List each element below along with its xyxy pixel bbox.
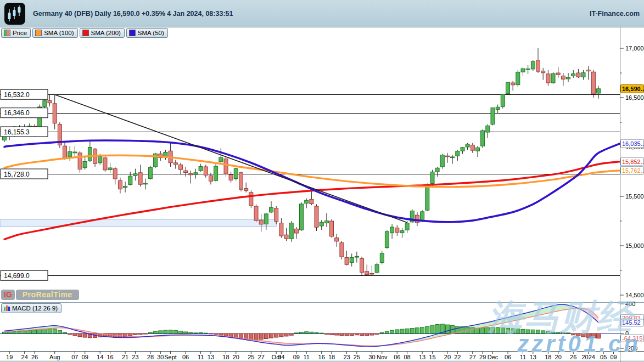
macd-histogram-bar bbox=[18, 331, 21, 333]
candle bbox=[451, 157, 455, 158]
y-tick-label: 15,500 bbox=[625, 193, 644, 200]
macd-histogram-bar bbox=[275, 333, 278, 337]
macd-histogram-bar bbox=[138, 333, 142, 335]
tab-sma50-label: SMA (50) bbox=[138, 30, 164, 36]
tab-price[interactable]: Price bbox=[1, 28, 31, 38]
price-box-label: 15,762.. bbox=[622, 167, 644, 174]
candle bbox=[124, 186, 127, 188]
macd-histogram-bar bbox=[511, 329, 515, 333]
macd-histogram-bar bbox=[73, 333, 77, 336]
candle bbox=[415, 215, 419, 223]
macd-histogram-bar bbox=[209, 333, 213, 334]
highlight-zone bbox=[0, 219, 276, 227]
macd-histogram-bar bbox=[224, 333, 228, 336]
x-tick-label: 18 bbox=[545, 354, 551, 360]
indicator-legend: Price SMA (100) SMA (200) SMA (50) bbox=[1, 28, 168, 38]
candle bbox=[586, 70, 590, 71]
sma200-swatch-icon bbox=[82, 30, 89, 36]
macd-histogram-bar bbox=[435, 325, 439, 334]
macd-histogram-bar bbox=[169, 330, 172, 333]
x-tick-label: 18 bbox=[222, 354, 229, 360]
candle bbox=[375, 264, 379, 272]
macd-histogram-bar bbox=[526, 330, 530, 333]
macd-histogram-bar bbox=[415, 328, 419, 333]
macd-histogram-bar bbox=[581, 333, 585, 337]
macd-histogram-bar bbox=[551, 332, 555, 333]
macd-histogram-bar bbox=[556, 332, 560, 333]
prorealtime-logo: IG ProRealTime bbox=[1, 290, 79, 300]
ig-logo: IG bbox=[1, 290, 15, 300]
candle bbox=[370, 273, 374, 274]
candle bbox=[320, 222, 323, 226]
candle bbox=[567, 77, 570, 79]
macd-axis: 4000-200209.83145.52-64.315 bbox=[620, 301, 644, 352]
candle bbox=[466, 144, 469, 147]
macd-histogram-bar bbox=[330, 333, 334, 335]
candle bbox=[219, 157, 223, 162]
price-box-label: 16,590.. bbox=[622, 86, 644, 92]
candle bbox=[551, 73, 555, 83]
macd-histogram-bar bbox=[425, 326, 429, 333]
y-tick-label: 15,000 bbox=[625, 242, 644, 249]
x-tick-label: 13 bbox=[530, 354, 536, 360]
candle bbox=[576, 73, 580, 77]
tab-sma-200[interactable]: SMA (200) bbox=[80, 28, 125, 38]
candle bbox=[405, 223, 409, 230]
candle bbox=[310, 199, 313, 203]
macd-histogram-bar bbox=[300, 332, 304, 333]
candle bbox=[456, 151, 460, 156]
macd-value-label: -64.315 bbox=[622, 335, 642, 342]
x-tick-label: 06 bbox=[505, 354, 511, 360]
macd-icon bbox=[4, 306, 10, 311]
candle bbox=[516, 72, 520, 84]
candle bbox=[546, 74, 550, 83]
brand-link[interactable]: IT-Finance.com bbox=[590, 10, 640, 18]
macd-tick-label: 400 bbox=[625, 301, 635, 307]
support-resistance-levels bbox=[0, 95, 620, 276]
tab-sma-100[interactable]: SMA (100) bbox=[32, 28, 77, 38]
macd-histogram-bar bbox=[335, 333, 339, 335]
macd-histogram-bar bbox=[410, 329, 414, 334]
y-tick-label: 14,500 bbox=[625, 292, 644, 298]
macd-histogram-bar bbox=[78, 333, 82, 337]
macd-histogram-bar bbox=[305, 332, 309, 333]
macd-histogram-bar bbox=[244, 333, 248, 339]
x-tick-label: 06 bbox=[182, 354, 189, 360]
macd-histogram-bar bbox=[390, 330, 394, 333]
macd-histogram-bar bbox=[189, 332, 193, 333]
macd-histogram-bar bbox=[576, 333, 580, 336]
macd-histogram-bar bbox=[3, 332, 7, 333]
candle bbox=[229, 174, 233, 180]
candlestick-logo-icon bbox=[7, 5, 23, 22]
x-tick-label: 26 bbox=[31, 354, 38, 360]
candle bbox=[103, 158, 107, 170]
x-tick-label: 09 bbox=[293, 354, 300, 360]
chart-canvas[interactable]: 16,532.016,346.016,155.315,728.014,699.0… bbox=[0, 0, 644, 362]
macd-histogram-bar bbox=[38, 330, 42, 333]
x-tick-label: 11 bbox=[303, 354, 309, 360]
candle bbox=[597, 89, 601, 93]
x-tick-label: 27 bbox=[258, 354, 265, 360]
candle bbox=[43, 100, 47, 106]
x-tick-label: Sept bbox=[164, 354, 177, 360]
x-tick-label: 09 bbox=[82, 354, 88, 360]
x-tick-label: 23 bbox=[343, 354, 350, 360]
macd-tick-label: -200 bbox=[625, 345, 637, 352]
x-tick-label: 18 bbox=[328, 354, 335, 360]
x-axis-labels: 192426Aug0709141621232830Sept06111318202… bbox=[6, 352, 617, 360]
trendline bbox=[55, 95, 407, 223]
macd-histogram-bar bbox=[289, 333, 293, 335]
tab-sma-50[interactable]: SMA (50) bbox=[126, 28, 168, 38]
macd-histogram-bar bbox=[53, 329, 57, 333]
candle bbox=[194, 173, 198, 175]
tab-macd[interactable]: MACD (12 26 9) bbox=[1, 303, 61, 313]
macd-histogram-bar bbox=[204, 333, 208, 333]
macd-histogram-bar bbox=[284, 333, 288, 336]
tab-sma100-label: SMA (100) bbox=[44, 30, 74, 36]
x-tick-label: 13 bbox=[419, 354, 425, 360]
macd-histogram-bar bbox=[68, 333, 72, 335]
candle bbox=[143, 183, 147, 184]
macd-histogram-bar bbox=[567, 333, 570, 333]
x-tick-label: Nov bbox=[377, 354, 388, 360]
candle bbox=[446, 156, 450, 157]
